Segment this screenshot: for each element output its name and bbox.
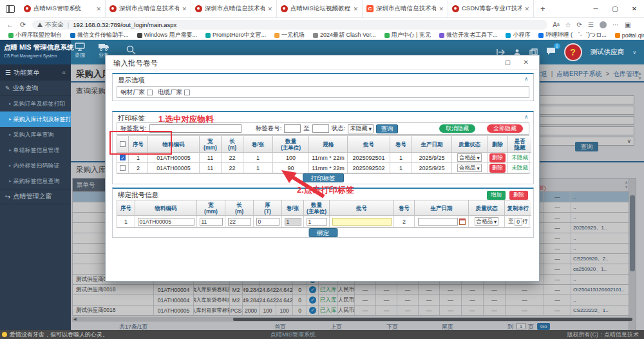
- favorite-star-icon[interactable]: ☆: [565, 21, 571, 28]
- profile-avatar[interactable]: [600, 21, 607, 28]
- bookmark-item[interactable]: 用户中心 | 竞元: [384, 31, 431, 39]
- tab-close-icon[interactable]: ✕: [439, 6, 444, 12]
- bookmark-item[interactable]: 哔哩哔哩 ( ゜-゜)つロ...: [538, 31, 606, 39]
- tab-close-icon[interactable]: ✕: [353, 6, 358, 12]
- quality-select[interactable]: 合格品▾: [457, 164, 482, 172]
- minimize-button[interactable]: ─: [586, 5, 605, 12]
- bookmark-item[interactable]: 小程序: [506, 31, 530, 39]
- row-checkbox[interactable]: [120, 165, 126, 171]
- new-tab-button[interactable]: +: [534, 4, 552, 14]
- row-checkbox-checked[interactable]: ✓: [120, 155, 126, 160]
- tab-close-icon[interactable]: ✕: [182, 6, 187, 12]
- bookmark-item[interactable]: 一元机场: [274, 31, 305, 39]
- bookmark-item[interactable]: Windows 用户需要...: [137, 31, 198, 39]
- copy-count-input[interactable]: 0: [515, 218, 522, 226]
- nav-desktop[interactable]: 桌面: [75, 43, 85, 59]
- collapse-icon[interactable]: «: [62, 69, 66, 76]
- bookmark-item[interactable]: 微信开发者工具下...: [439, 31, 498, 39]
- browser-tab[interactable]: 深圳市点晴信息技术有限公司点晴 ✕: [106, 0, 191, 17]
- calendar-icon[interactable]: [459, 218, 466, 225]
- refresh-sync-icon[interactable]: ⟳: [577, 21, 582, 28]
- workspace-icon[interactable]: [6, 5, 15, 13]
- close-button[interactable]: ✕: [625, 5, 644, 12]
- cable-vendor-checkbox[interactable]: [184, 90, 190, 95]
- user-name[interactable]: 测试供应商: [591, 48, 625, 57]
- roll-to-input[interactable]: [312, 124, 329, 133]
- sidebar-item[interactable]: 内外标签扫码验证: [0, 158, 71, 173]
- quality-select[interactable]: 合格品▾: [457, 153, 482, 162]
- add-row-button[interactable]: 增加: [487, 191, 506, 200]
- delete-row-button[interactable]: 删除: [509, 191, 528, 200]
- col-rolls: 卷/张: [282, 200, 304, 216]
- col-roll: 卷号: [394, 200, 415, 216]
- print-table-row-1[interactable]: ✓ 1 01ATH00005 11 22 1 100 11mm * 22m 20…: [117, 153, 529, 163]
- quality-select[interactable]: 合格品▾: [475, 217, 499, 226]
- sidebar-group-business[interactable]: ✎ 业务查询: [0, 81, 71, 96]
- steel-vendor-checkbox[interactable]: [147, 90, 153, 95]
- font-size-icon[interactable]: Aᵃ: [553, 21, 559, 28]
- bookmark-item[interactable]: 小程序联盟控制台: [8, 31, 62, 39]
- bookmark-item[interactable]: PromptHero中文官...: [205, 31, 266, 39]
- maximize-button[interactable]: ▢: [605, 5, 625, 12]
- qty-input[interactable]: 1: [307, 218, 327, 226]
- sidebar-item[interactable]: 采购订单及标签打印: [0, 96, 71, 111]
- dialog-close-icon[interactable]: ✕: [524, 59, 529, 66]
- search-button[interactable]: 查询: [376, 124, 398, 133]
- site-favicon-icon: [109, 5, 117, 12]
- sidebar-item[interactable]: 单箱标签信息管理: [0, 142, 71, 158]
- url-field[interactable]: 不安全 | 192.168.0.32:789/out_login/main.as…: [32, 20, 547, 30]
- browser-tab[interactable]: 深圳市点晴信息技术有限公司点晴 ✕: [191, 0, 277, 17]
- bookmarks-overflow-icon[interactable]: >: [629, 32, 632, 39]
- browser-tab[interactable]: 点晴MIS论坛视频教程引擎|点晴免费O ✕: [277, 0, 363, 17]
- production-date-input[interactable]: [418, 218, 458, 226]
- batch-no-input[interactable]: [332, 218, 392, 226]
- browser-tab[interactable]: CSDN博客-专业IT技术发表平台 ✕: [448, 0, 534, 17]
- user-menu-caret-icon[interactable]: ∨: [632, 50, 636, 55]
- width-input[interactable]: 11: [200, 218, 223, 226]
- unhide-button[interactable]: 取消隐藏: [439, 124, 475, 133]
- bind-batch-title: 绑定批号信息: [118, 191, 158, 200]
- thickness-input[interactable]: 0: [256, 218, 279, 226]
- bookmark-favicon-icon: [506, 33, 511, 38]
- screen: 点晴MIS管理系统 ✕ 深圳市点晴信息技术有限公司点晴 ✕ 深圳市点晴信息技术有…: [0, 0, 644, 339]
- browser-tab[interactable]: 深圳市点晴信息技术有限公司点晴 ✕: [363, 0, 448, 17]
- refresh-icon[interactable]: ⟳: [20, 21, 26, 29]
- sidebar-footer-link[interactable]: ↪ 点晴管理之窗: [0, 189, 71, 204]
- bookmark-label: PromptHero中文官...: [213, 31, 266, 39]
- dialog-maximize-icon[interactable]: ▢: [505, 59, 511, 66]
- tab-close-icon[interactable]: ✕: [96, 6, 101, 12]
- collapse-chevron-icon[interactable]: ∧: [524, 76, 528, 82]
- sidebar-toggle-icon[interactable]: ▣: [625, 21, 630, 28]
- sidebar-item[interactable]: 采购标签信息查询: [0, 173, 71, 189]
- browser-tab[interactable]: 点晴MIS管理系统 ✕: [20, 0, 106, 17]
- hide-all-button[interactable]: 全部隐藏: [487, 124, 523, 133]
- favorites-bar-icon[interactable]: ☰: [588, 21, 594, 28]
- col-delete: 删除: [488, 136, 508, 153]
- chat-icon[interactable]: 0: [546, 46, 556, 58]
- bookmark-item[interactable]: 2024最新 Clash Ver...: [313, 31, 376, 39]
- avatar[interactable]: ?: [564, 43, 582, 61]
- roll-from-input[interactable]: [284, 124, 301, 133]
- sidebar-menu-header[interactable]: ☰ 功能菜单 «: [0, 64, 71, 81]
- sidebar-item-label: 采购入库单查询: [14, 131, 54, 139]
- sidebar-item[interactable]: 采购入库单查询: [0, 127, 71, 142]
- more-menu-icon[interactable]: ⋯: [612, 21, 619, 28]
- tab-close-icon[interactable]: ✕: [267, 6, 272, 12]
- bind-button[interactable]: 绑定: [308, 228, 337, 237]
- status-select[interactable]: 未隐藏▾: [348, 124, 374, 133]
- back-icon[interactable]: ←: [6, 21, 14, 28]
- tab-close-icon[interactable]: ✕: [524, 6, 529, 12]
- material-code-input[interactable]: 01ATH00005: [138, 218, 194, 226]
- nav-desktop-label: 桌面: [75, 52, 85, 58]
- status-copyright: 版权所有(C)：点晴信息技术: [567, 331, 639, 339]
- collapse-chevron-icon[interactable]: ∧: [524, 114, 528, 120]
- group-label: 业务查询: [13, 84, 39, 93]
- length-input[interactable]: 22: [228, 218, 251, 226]
- cell-date: 2025/9/25: [412, 153, 452, 163]
- cell-date: 2025/9/25: [412, 163, 452, 173]
- delete-row-button[interactable]: 删除: [489, 153, 506, 162]
- search-icon[interactable]: [126, 45, 136, 55]
- sidebar-item[interactable]: 采购入库计划及标签打印: [0, 111, 71, 127]
- delete-row-button[interactable]: 删除: [489, 164, 506, 173]
- bookmark-item[interactable]: 微信文件传输助手...: [70, 31, 129, 39]
